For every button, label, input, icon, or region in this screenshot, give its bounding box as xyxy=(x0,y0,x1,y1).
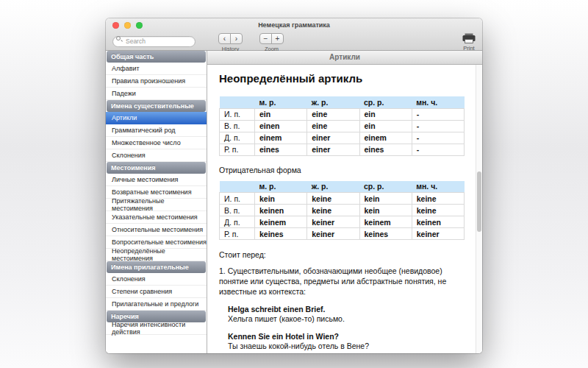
table-cell: einem xyxy=(255,132,307,144)
zoom-group: − + Zoom xyxy=(259,33,284,52)
sidebar-section-header: Общая часть xyxy=(107,51,206,63)
table-cell: keine xyxy=(307,205,359,216)
sidebar-section-header: Местоимения xyxy=(107,162,206,174)
scrollbar-thumb[interactable] xyxy=(477,171,481,232)
sidebar-item[interactable]: Наречия интенсивности действия xyxy=(106,322,207,335)
table-cell: eines xyxy=(255,144,307,155)
case-label-cell: И. п. xyxy=(220,108,255,120)
table-cell: einem xyxy=(359,132,412,144)
table-row: Р. п.eineseinereines- xyxy=(220,144,465,155)
example-block: Kennen Sie ein Hotel in Wien?Ты знаешь к… xyxy=(228,332,465,352)
example-german: Kennen Sie ein Hotel in Wien? xyxy=(228,332,465,342)
zoom-out-button[interactable]: − xyxy=(259,33,272,44)
sidebar-item[interactable]: Множественное число xyxy=(106,137,207,149)
sidebar-section-header: Имена прилагательные xyxy=(107,261,206,273)
sidebar-item[interactable]: Неопределённые местоимения xyxy=(106,249,207,261)
table-cell: keine xyxy=(307,193,359,205)
sidebar-item[interactable]: Прилагательные и предлоги xyxy=(106,298,207,311)
table-cell: keinem xyxy=(359,216,412,228)
indefinite-article-table: м. р.ж. р.ср. р.мн. ч.И. п.eineineein-В.… xyxy=(219,96,465,156)
sidebar-item[interactable]: Личные местоимения xyxy=(106,174,207,186)
table-cell: keines xyxy=(255,228,307,240)
toolbar: ‹ › History − + Zoom xyxy=(106,32,482,50)
zoom-in-button[interactable]: + xyxy=(271,33,284,44)
table-cell: keine xyxy=(412,205,464,216)
print-group[interactable]: Print xyxy=(462,32,476,52)
sidebar-item[interactable]: Степени сравнения xyxy=(106,286,207,298)
search-icon xyxy=(116,36,121,40)
history-forward-button[interactable]: › xyxy=(230,33,243,44)
table-cell: keinen xyxy=(255,205,307,216)
example-russian: Хельга пишет (какое-то) письмо. xyxy=(228,314,465,325)
table-row: В. п.keinenkeinekeinkeine xyxy=(220,205,465,216)
content-header: Артикли xyxy=(207,51,482,65)
table-column-header: мн. ч. xyxy=(412,96,464,108)
minimize-button[interactable] xyxy=(124,22,131,29)
sidebar-item[interactable]: Склонения xyxy=(106,273,207,286)
table-column-header: ср. р. xyxy=(359,96,412,108)
fullscreen-button[interactable] xyxy=(136,22,143,29)
table-cell: keinen xyxy=(412,216,464,228)
sidebar-item[interactable]: Указательные местоимения xyxy=(106,211,207,224)
table-cell: keiner xyxy=(412,228,464,240)
table-cell: - xyxy=(412,108,464,120)
example-block: Helga schreibt einen Brief.Хельга пишет … xyxy=(228,305,465,325)
example-russian: Ты знаешь кокой-нибудь отель в Вене? xyxy=(228,342,465,352)
table-cell: eine xyxy=(307,108,359,120)
table-cell: - xyxy=(412,120,464,132)
table-cell: keines xyxy=(359,228,412,240)
sidebar-item[interactable]: Алфавит xyxy=(106,63,207,75)
negative-form-label: Отрицательная форма xyxy=(219,166,465,174)
table-cell: einer xyxy=(307,132,359,144)
table-row: И. п.eineineein- xyxy=(220,108,465,120)
sidebar-item[interactable]: Правила произношения xyxy=(106,75,207,88)
case-label-cell: Д. п. xyxy=(220,216,255,228)
table-cell: - xyxy=(412,144,464,155)
negative-article-table: м. р.ж. р.ср. р.мн. ч.И. п.keinkeinekein… xyxy=(219,181,465,241)
table-cell: einen xyxy=(255,120,307,132)
search-input[interactable] xyxy=(112,36,196,47)
table-column-header: ср. р. xyxy=(359,181,412,193)
table-row: Р. п.keineskeinerkeineskeiner xyxy=(220,228,465,240)
table-cell: eine xyxy=(307,120,359,132)
main-pane: Артикли Неопределённый артикль м. р.ж. р… xyxy=(207,51,482,353)
table-cell: keiner xyxy=(307,216,359,228)
rule-paragraph: 1. Существительными, обозначающими необщ… xyxy=(219,266,465,297)
table-cell: einer xyxy=(307,144,359,155)
content-area: Неопределённый артикль м. р.ж. р.ср. р.м… xyxy=(207,65,482,353)
forward-icon: › xyxy=(235,35,237,43)
table-column-header: м. р. xyxy=(255,181,307,193)
window-title: Немецкая грамматика xyxy=(106,18,482,29)
table-column-header: ж. р. xyxy=(307,181,359,193)
scrollbar-track[interactable] xyxy=(476,65,482,353)
history-group: ‹ › History xyxy=(218,33,243,52)
back-icon: ‹ xyxy=(223,35,226,43)
sidebar-item[interactable]: Грамматический род xyxy=(106,124,207,137)
table-cell: ein xyxy=(255,108,307,120)
table-cell: keine xyxy=(412,193,464,205)
table-column-header: ж. р. xyxy=(307,96,359,108)
minus-icon: − xyxy=(264,35,268,43)
sidebar-item[interactable]: Падежи xyxy=(106,88,207,100)
table-column-header: м. р. xyxy=(255,96,307,108)
titlebar[interactable]: Немецкая грамматика xyxy=(106,18,482,32)
case-label-cell: В. п. xyxy=(220,205,255,216)
sidebar-item[interactable]: Артикли xyxy=(106,112,207,124)
table-row: Д. п.keinemkeinerkeinemkeinen xyxy=(220,216,465,228)
table-row: И. п.keinkeinekeinkeine xyxy=(220,193,465,205)
sidebar-item[interactable]: Склонения xyxy=(106,149,207,162)
app-window: Немецкая грамматика ‹ › History xyxy=(106,18,482,353)
sidebar-item[interactable]: Относительные местоимения xyxy=(106,224,207,236)
table-cell: kein xyxy=(255,193,307,205)
history-back-button[interactable]: ‹ xyxy=(218,33,231,44)
search-field xyxy=(112,33,196,47)
page-title: Неопределённый артикль xyxy=(219,72,465,85)
sidebar-section-header: Имена существительные xyxy=(107,100,206,112)
table-row: В. п.eineneineein- xyxy=(220,120,465,132)
case-label-cell: Р. п. xyxy=(220,228,255,240)
table-cell: - xyxy=(412,132,464,144)
table-cell: keiner xyxy=(307,228,359,240)
table-cell: ein xyxy=(359,108,412,120)
sidebar-item[interactable]: Притяжательные местоимения xyxy=(106,199,207,211)
close-button[interactable] xyxy=(112,22,119,29)
